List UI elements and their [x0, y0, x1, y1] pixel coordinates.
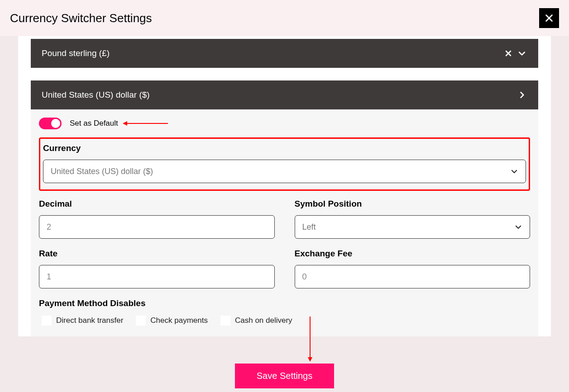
- toggle-knob: [51, 119, 60, 128]
- pm-check-payments[interactable]: Check payments: [136, 316, 208, 326]
- rate-value: 1: [47, 272, 51, 282]
- currency-label: United States (US) dollar ($): [42, 90, 150, 100]
- chevron-down-icon: [510, 167, 518, 175]
- checkbox[interactable]: [220, 316, 230, 326]
- rate-label: Rate: [39, 249, 275, 259]
- symbol-position-label: Symbol Position: [295, 199, 531, 209]
- exchange-fee-value: 0: [302, 272, 307, 282]
- exchange-fee-input[interactable]: 0: [295, 265, 531, 288]
- remove-currency-button[interactable]: [503, 48, 514, 59]
- decimal-input[interactable]: 2: [39, 215, 275, 239]
- pm-direct-bank[interactable]: Direct bank transfer: [42, 316, 123, 326]
- close-icon: [504, 49, 513, 58]
- rate-fee-row: Rate 1 Exchange Fee 0: [39, 249, 530, 288]
- settings-panel: Pound sterling (£) United States (US) do…: [18, 36, 551, 336]
- symbol-position-select[interactable]: Left: [295, 215, 531, 239]
- pm-label: Cash on delivery: [235, 316, 292, 325]
- set-default-toggle[interactable]: [39, 118, 62, 129]
- annotation-arrow-left: [123, 121, 168, 126]
- currency-details: Set as Default Currency United States (U…: [31, 109, 538, 336]
- currency-select[interactable]: United States (US) dollar ($): [43, 160, 526, 183]
- chevron-down-icon: [514, 223, 522, 231]
- currency-select-value: United States (US) dollar ($): [51, 167, 153, 176]
- chevron-right-icon: [517, 90, 526, 99]
- modal-title: Currency Switcher Settings: [10, 11, 152, 25]
- payment-method-options: Direct bank transfer Check payments Cash…: [39, 316, 530, 326]
- payment-method-section: Payment Method Disables Direct bank tran…: [39, 298, 530, 326]
- decimal-value: 2: [47, 222, 51, 232]
- pm-cash-on-delivery[interactable]: Cash on delivery: [220, 316, 292, 326]
- set-default-label: Set as Default: [70, 119, 118, 128]
- save-row: Save Settings: [0, 364, 569, 388]
- currency-label: Pound sterling (£): [42, 48, 110, 58]
- currency-field-highlight: Currency United States (US) dollar ($): [39, 137, 530, 191]
- expand-currency-button[interactable]: [516, 48, 527, 59]
- close-icon: [544, 13, 554, 23]
- currency-row-collapsed[interactable]: Pound sterling (£): [31, 39, 538, 68]
- close-button[interactable]: [539, 8, 559, 28]
- checkbox[interactable]: [42, 316, 52, 326]
- chevron-down-icon: [517, 49, 526, 58]
- decimal-label: Decimal: [39, 199, 275, 209]
- symbol-position-value: Left: [302, 222, 316, 232]
- decimal-symbol-row: Decimal 2 Symbol Position Left: [39, 199, 530, 239]
- exchange-fee-label: Exchange Fee: [295, 249, 531, 259]
- save-settings-button[interactable]: Save Settings: [235, 364, 334, 388]
- collapse-currency-button[interactable]: [516, 90, 527, 100]
- modal-header: Currency Switcher Settings: [0, 0, 569, 36]
- set-default-row: Set as Default: [39, 118, 530, 129]
- checkbox[interactable]: [136, 316, 146, 326]
- currency-row-expanded-header[interactable]: United States (US) dollar ($): [31, 80, 538, 109]
- payment-method-label: Payment Method Disables: [39, 298, 530, 308]
- currency-field-label: Currency: [43, 143, 526, 153]
- annotation-arrow-down: [308, 316, 312, 362]
- pm-label: Direct bank transfer: [56, 316, 123, 325]
- rate-input[interactable]: 1: [39, 265, 275, 288]
- pm-label: Check payments: [150, 316, 208, 325]
